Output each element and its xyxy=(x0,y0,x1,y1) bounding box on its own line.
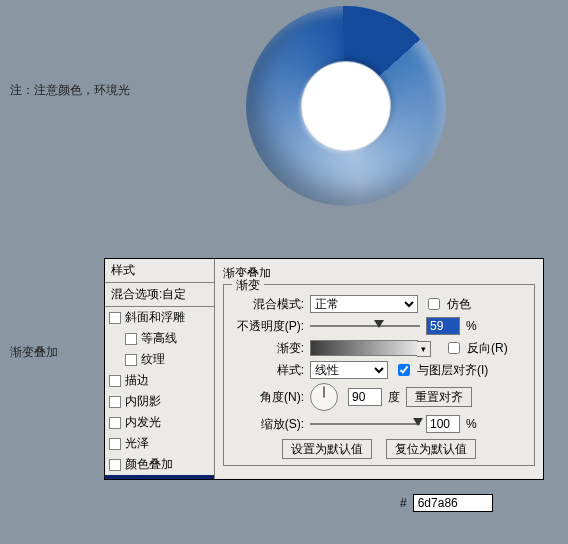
angle-input[interactable] xyxy=(348,388,382,406)
gradient-label: 渐变: xyxy=(232,340,304,357)
note-text: 注：注意颜色，环境光 xyxy=(10,82,130,99)
hex-input[interactable] xyxy=(413,494,493,512)
checkbox-icon[interactable] xyxy=(125,354,137,366)
styles-header: 样式 xyxy=(105,259,214,283)
styles-pane: 样式 混合选项:自定 斜面和浮雕 等高线 纹理 描边 内阴影 xyxy=(105,259,215,479)
make-default-button[interactable]: 设置为默认值 xyxy=(282,439,372,459)
blend-mode-label: 混合模式: xyxy=(232,296,304,313)
gradient-preview[interactable] xyxy=(310,340,418,356)
style-label: 渐变叠加 xyxy=(125,477,173,479)
dither-check-input[interactable] xyxy=(428,298,440,310)
style-contour[interactable]: 等高线 xyxy=(105,328,214,349)
style-label: 纹理 xyxy=(141,351,165,368)
checkbox-icon[interactable] xyxy=(125,333,137,345)
scale-label: 缩放(S): xyxy=(232,416,304,433)
scale-slider[interactable] xyxy=(310,419,420,429)
checkbox-icon[interactable] xyxy=(109,312,121,324)
dither-checkbox[interactable]: 仿色 xyxy=(424,295,471,313)
style-label: 光泽 xyxy=(125,435,149,452)
gradient-fieldset: 渐变 混合模式: 正常 仿色 不透明度(P): % xyxy=(223,284,535,466)
align-check-input[interactable] xyxy=(398,364,410,376)
opacity-label: 不透明度(P): xyxy=(232,318,304,335)
style-texture[interactable]: 纹理 xyxy=(105,349,214,370)
align-label: 与图层对齐(I) xyxy=(417,362,488,379)
angle-label: 角度(N): xyxy=(232,389,304,406)
scale-suffix: % xyxy=(466,417,477,431)
style-label: 描边 xyxy=(125,372,149,389)
angle-dial[interactable] xyxy=(310,383,338,411)
style-label: 颜色叠加 xyxy=(125,456,173,473)
angle-suffix: 度 xyxy=(388,389,400,406)
donut-hole xyxy=(302,62,390,150)
opacity-input[interactable] xyxy=(426,317,460,335)
style-gradient-overlay[interactable]: ✓ 渐变叠加 xyxy=(105,475,214,479)
layer-style-panel: 样式 混合选项:自定 斜面和浮雕 等高线 纹理 描边 内阴影 xyxy=(104,258,544,480)
side-label: 渐变叠加 xyxy=(10,344,58,361)
blend-mode-select[interactable]: 正常 xyxy=(310,295,418,313)
donut-preview xyxy=(246,6,446,206)
reverse-check-input[interactable] xyxy=(448,342,460,354)
content-title: 渐变叠加 xyxy=(223,265,535,282)
fieldset-legend: 渐变 xyxy=(232,277,264,294)
styles-list: 斜面和浮雕 等高线 纹理 描边 内阴影 内发光 xyxy=(105,307,214,479)
checkbox-icon[interactable] xyxy=(109,375,121,387)
opacity-suffix: % xyxy=(466,319,477,333)
reverse-label: 反向(R) xyxy=(467,340,508,357)
checkbox-icon[interactable] xyxy=(109,396,121,408)
style-inner-shadow[interactable]: 内阴影 xyxy=(105,391,214,412)
opacity-slider[interactable] xyxy=(310,321,420,331)
style-label: 斜面和浮雕 xyxy=(125,309,185,326)
gradient-style-select[interactable]: 线性 xyxy=(310,361,388,379)
style-label: 内阴影 xyxy=(125,393,161,410)
hex-color-box: # xyxy=(400,494,493,512)
checkbox-icon[interactable] xyxy=(109,459,121,471)
style-color-overlay[interactable]: 颜色叠加 xyxy=(105,454,214,475)
checkbox-icon[interactable] xyxy=(109,438,121,450)
reverse-checkbox[interactable]: 反向(R) xyxy=(444,339,508,357)
checkbox-icon[interactable] xyxy=(109,417,121,429)
style-stroke[interactable]: 描边 xyxy=(105,370,214,391)
content-pane: 渐变叠加 渐变 混合模式: 正常 仿色 不透明度(P): xyxy=(215,259,543,479)
style-bevel[interactable]: 斜面和浮雕 xyxy=(105,307,214,328)
hash-icon: # xyxy=(400,496,407,510)
reset-align-button[interactable]: 重置对齐 xyxy=(406,387,472,407)
style-inner-glow[interactable]: 内发光 xyxy=(105,412,214,433)
scale-input[interactable] xyxy=(426,415,460,433)
style-satin[interactable]: 光泽 xyxy=(105,433,214,454)
reset-default-button[interactable]: 复位为默认值 xyxy=(386,439,476,459)
dither-label: 仿色 xyxy=(447,296,471,313)
style-label: 样式: xyxy=(232,362,304,379)
style-label: 内发光 xyxy=(125,414,161,431)
blend-options-row[interactable]: 混合选项:自定 xyxy=(105,283,214,307)
align-checkbox[interactable]: 与图层对齐(I) xyxy=(394,361,488,379)
style-label: 等高线 xyxy=(141,330,177,347)
